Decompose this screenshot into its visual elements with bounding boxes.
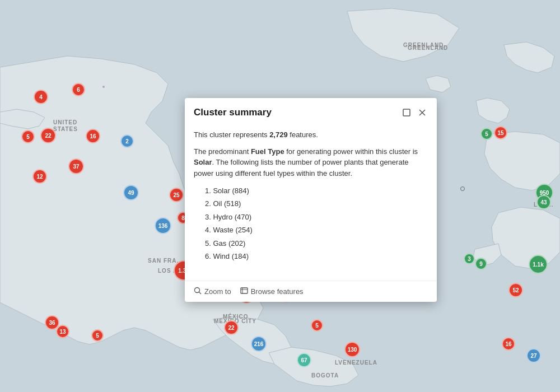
cluster-c31[interactable]: 1.1k bbox=[529, 255, 548, 274]
cluster-c11[interactable]: 136 bbox=[155, 217, 171, 234]
cluster-c25[interactable]: 15 bbox=[494, 126, 507, 139]
zoom-icon bbox=[194, 287, 202, 296]
cluster-c21[interactable]: 67 bbox=[297, 353, 311, 367]
browse-icon bbox=[240, 287, 248, 296]
cluster-c10[interactable]: 25 bbox=[169, 188, 184, 202]
svg-rect-7 bbox=[241, 288, 248, 293]
popup-footer: Zoom to Browse features bbox=[185, 281, 437, 302]
fuel-list-item: 4. Waste (254) bbox=[205, 223, 428, 236]
browse-features-button[interactable]: Browse features bbox=[240, 287, 304, 296]
zoom-to-button[interactable]: Zoom to bbox=[194, 287, 231, 296]
popup-body: This cluster represents 2,729 features. … bbox=[185, 125, 437, 281]
cluster-c30[interactable]: 52 bbox=[508, 283, 523, 297]
fuel-list-item: 3. Hydro (470) bbox=[205, 211, 428, 223]
popup-title: Cluster summary bbox=[194, 107, 272, 118]
popup-intro-text: This cluster represents 2,729 features. bbox=[194, 129, 428, 141]
popup-header: Cluster summary bbox=[185, 98, 437, 125]
close-icon[interactable] bbox=[417, 107, 428, 118]
svg-point-1 bbox=[102, 86, 105, 88]
map-container: GREENLAND UNITED STATES MÉXICO San Fra..… bbox=[0, 0, 560, 392]
zoom-to-label: Zoom to bbox=[204, 287, 231, 296]
cluster-c17[interactable]: 22 bbox=[224, 320, 239, 335]
browse-features-label: Browse features bbox=[251, 287, 304, 296]
cluster-c5[interactable]: 16 bbox=[86, 129, 100, 143]
cluster-c27[interactable]: 43 bbox=[536, 195, 551, 209]
cluster-c19[interactable]: 5 bbox=[311, 319, 323, 332]
cluster-c9[interactable]: 49 bbox=[123, 185, 139, 200]
cluster-c6[interactable]: 37 bbox=[68, 158, 84, 174]
cluster-c2[interactable]: 6 bbox=[72, 83, 85, 96]
svg-rect-2 bbox=[403, 109, 410, 116]
svg-line-6 bbox=[199, 292, 202, 295]
cluster-c32[interactable]: 16 bbox=[502, 337, 515, 351]
popup-header-icons bbox=[401, 107, 428, 118]
cluster-c23[interactable]: 13 bbox=[56, 325, 69, 338]
cluster-c28[interactable]: 3 bbox=[464, 253, 475, 264]
cluster-c18[interactable]: 216 bbox=[251, 336, 267, 352]
cluster-c34[interactable]: 5 bbox=[91, 329, 104, 342]
cluster-c8[interactable]: 2 bbox=[120, 134, 134, 148]
cluster-popup: Cluster summary This cluster represents … bbox=[185, 98, 437, 302]
fuel-list-item: 5. Gas (202) bbox=[205, 237, 428, 250]
cluster-c1[interactable]: 4 bbox=[34, 90, 48, 104]
cluster-c29[interactable]: 9 bbox=[475, 258, 487, 270]
expand-icon[interactable] bbox=[401, 107, 412, 118]
cluster-c33[interactable]: 27 bbox=[526, 348, 541, 363]
svg-point-5 bbox=[195, 288, 200, 293]
cluster-c20[interactable]: 130 bbox=[344, 342, 360, 357]
popup-fuel-list: 1. Solar (884)2. Oil (518)3. Hydro (470)… bbox=[194, 184, 428, 263]
fuel-list-item: 2. Oil (518) bbox=[205, 197, 428, 210]
cluster-c4[interactable]: 22 bbox=[40, 128, 56, 143]
fuel-list-item: 6. Wind (184) bbox=[205, 250, 428, 263]
cluster-c24[interactable]: 5 bbox=[480, 128, 493, 140]
cluster-c3[interactable]: 5 bbox=[21, 130, 35, 143]
popup-description-text: The predominant Fuel Type for generating… bbox=[194, 146, 428, 179]
fuel-list-item: 1. Solar (884) bbox=[205, 184, 428, 197]
cluster-c7[interactable]: 12 bbox=[32, 169, 47, 184]
